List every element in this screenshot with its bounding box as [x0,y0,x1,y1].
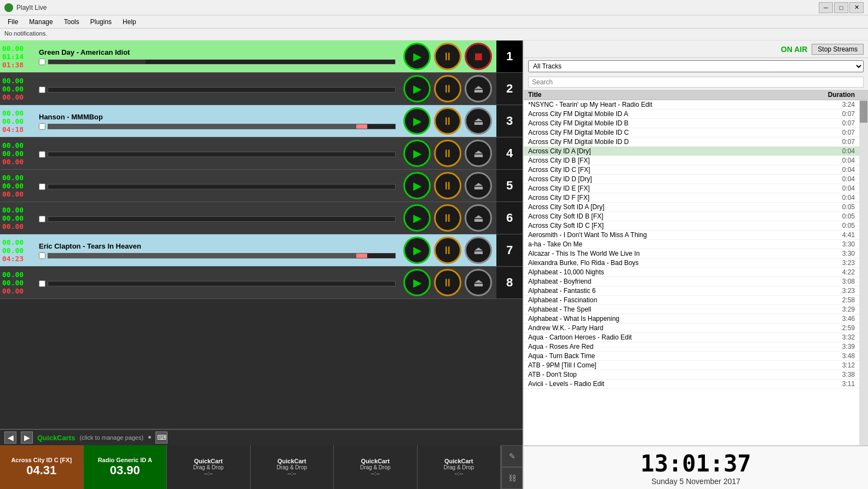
track-list-dropdown[interactable]: All Tracks [528,60,864,72]
deck-5-number: 5 [496,170,523,202]
deck-3-progress-bg [48,124,396,129]
deck-8-progress-bg [48,281,396,286]
track-list-item[interactable]: Alphabeat - The Spell3:29 [524,305,859,314]
qc-slot-0[interactable]: Across City ID C [FX] 04.31 [0,445,84,489]
deck-1-stop-button[interactable]: ⏹ [465,43,492,70]
deck-1-pause-button[interactable]: ⏸ [434,43,461,70]
track-duration: 3:23 [822,259,855,267]
deck-7-play-button[interactable]: ▶ [403,237,431,264]
track-list-item[interactable]: Aerosmith - I Don't Want To Miss A Thing… [524,231,859,240]
track-list-item[interactable]: Alphabeat - Boyfriend3:08 [524,277,859,286]
deck-3-pause-button[interactable]: ⏸ [434,107,461,135]
deck-7-pause-button[interactable]: ⏸ [434,237,461,264]
deck-2-play-button[interactable]: ▶ [403,75,431,102]
qc-slot-5[interactable]: QuickCart Drag & Drop --:-- [418,445,501,489]
scroll-thumb[interactable] [860,101,867,123]
track-list-item[interactable]: Across City ID B [FX]0:04 [524,156,859,165]
track-title: Across City FM Digital Mobile ID B [528,119,822,127]
qc-slot-4[interactable]: QuickCart Drag & Drop --:-- [334,445,418,489]
track-list-item[interactable]: ATB - Don't Stop3:38 [524,370,859,379]
track-title: Avicii - Levels - Radio Edit [528,380,822,388]
deck-2-pause-button[interactable]: ⏸ [434,75,461,102]
track-list-item[interactable]: Across City Soft ID A [Dry]0:05 [524,203,859,212]
qc-slot-3[interactable]: QuickCart Drag & Drop --:-- [251,445,334,489]
deck-7-cb[interactable] [39,252,45,259]
track-duration: 0:05 [822,212,855,220]
deck-7-fill [48,254,367,258]
deck-4-eject-button[interactable]: ⏏ [465,140,492,167]
qc-edit-button[interactable]: ✎ [501,445,523,467]
qc-slot-1[interactable]: Radio Generic ID A 03.90 [84,445,167,489]
main-layout: 00.00 01:14 01:38 Green Day - American I… [0,41,868,489]
search-input[interactable] [528,77,864,88]
close-button[interactable]: ✕ [849,2,864,13]
track-list-item[interactable]: Across City ID C [FX]0:04 [524,165,859,175]
track-list-item[interactable]: Across City ID E [FX]0:04 [524,184,859,193]
track-list-item[interactable]: a-ha - Take On Me3:30 [524,240,859,249]
track-list-item[interactable]: Aqua - Roses Are Red3:39 [524,342,859,352]
deck-4-pause-button[interactable]: ⏸ [434,140,461,167]
deck-5-cb[interactable] [39,183,45,190]
deck-8-cb[interactable] [39,280,45,287]
track-list-item[interactable]: Across City FM Digital Mobile ID C0:07 [524,128,859,137]
track-list-item[interactable]: Alphabeat - Fascination2:58 [524,296,859,305]
deck-1-cb[interactable] [39,59,45,65]
qc-slot-2[interactable]: QuickCart Drag & Drop --:-- [167,445,251,489]
menu-file[interactable]: File [2,17,24,27]
deck-1-play-button[interactable]: ▶ [403,43,431,70]
deck-5-eject-button[interactable]: ⏏ [465,172,492,199]
stop-streams-button[interactable]: Stop Streams [812,44,864,55]
deck-5-pause-button[interactable]: ⏸ [434,172,461,199]
track-list-item[interactable]: Alphabeat - What Is Happening3:46 [524,314,859,324]
track-list-item[interactable]: Across City FM Digital Mobile ID D0:07 [524,137,859,147]
minimize-button[interactable]: ─ [819,2,833,13]
track-list-item[interactable]: Across City FM Digital Mobile ID B0:07 [524,119,859,128]
deck-5-play-button[interactable]: ▶ [403,172,431,199]
track-list-item[interactable]: Alexandra Burke, Flo Rida - Bad Boys3:23 [524,258,859,268]
track-list-item[interactable]: Avicii - Levels - Radio Edit3:11 [524,379,859,389]
track-list-item[interactable]: Aqua - Cartoon Heroes - Radio Edit3:32 [524,333,859,342]
track-list-item[interactable]: Across City Soft ID C [FX]0:05 [524,221,859,231]
deck-6-cb[interactable] [39,216,45,222]
qc-next-button[interactable]: ▶ [21,432,33,444]
track-list-item[interactable]: Alcazar - This Is The World We Live In3:… [524,249,859,258]
deck-3-play-button[interactable]: ▶ [403,107,431,135]
menu-help[interactable]: Help [117,17,142,27]
maximize-button[interactable]: □ [834,2,848,13]
deck-8-play-button[interactable]: ▶ [403,269,431,296]
deck-8-eject-button[interactable]: ⏏ [465,269,492,296]
deck-6-pause-button[interactable]: ⏸ [434,204,461,232]
track-list-item[interactable]: Across City ID F [FX]0:04 [524,193,859,203]
track-list-item[interactable]: *NSYNC - Tearin' up My Heart - Radio Edi… [524,100,859,110]
deck-row-8: 00.00 00.00 00.00 ▶ ⏸ ⏏ [0,267,523,299]
menu-plugins[interactable]: Plugins [85,17,117,27]
deck-6-play-button[interactable]: ▶ [403,204,431,232]
deck-8-pause-button[interactable]: ⏸ [434,269,461,296]
track-list-scrollbar[interactable] [859,100,868,445]
qc-cursor-button[interactable]: ⌨ [155,432,167,444]
track-duration: 0:04 [822,175,855,183]
track-list-item[interactable]: Alphabeat - 10,000 Nights4:22 [524,268,859,277]
deck-4-cb[interactable] [39,151,45,158]
deck-2-cb[interactable] [39,87,45,93]
deck-3-cb[interactable] [39,123,45,130]
track-list-item[interactable]: Across City Soft ID B [FX]0:05 [524,212,859,221]
track-list-item[interactable]: Across City ID A [Dry]0:04 [524,147,859,156]
track-list-item[interactable]: ATB - 9PM [Till I Come]3:12 [524,361,859,370]
deck-1-info: Green Day - American Idiot [36,41,399,72]
qc-side-buttons: ✎ ⛓ [501,445,523,489]
deck-3-eject-button[interactable]: ⏏ [465,107,492,135]
deck-7-eject-button[interactable]: ⏏ [465,237,492,264]
track-list-item[interactable]: Alphabeat - Fantastic 63:23 [524,286,859,296]
track-list-item[interactable]: Across City ID D [Dry]0:04 [524,175,859,184]
track-list-item[interactable]: Aqua - Turn Back Time3:48 [524,352,859,361]
qc-prev-button[interactable]: ◀ [4,432,16,444]
menu-tools[interactable]: Tools [59,17,85,27]
menu-manage[interactable]: Manage [24,17,58,27]
track-list-item[interactable]: Andrew W.K. - Party Hard2:59 [524,324,859,333]
qc-link-button[interactable]: ⛓ [501,467,523,489]
deck-2-eject-button[interactable]: ⏏ [465,75,492,102]
track-list-item[interactable]: Across City FM Digital Mobile ID A0:07 [524,110,859,119]
deck-6-eject-button[interactable]: ⏏ [465,204,492,232]
deck-4-play-button[interactable]: ▶ [403,140,431,167]
